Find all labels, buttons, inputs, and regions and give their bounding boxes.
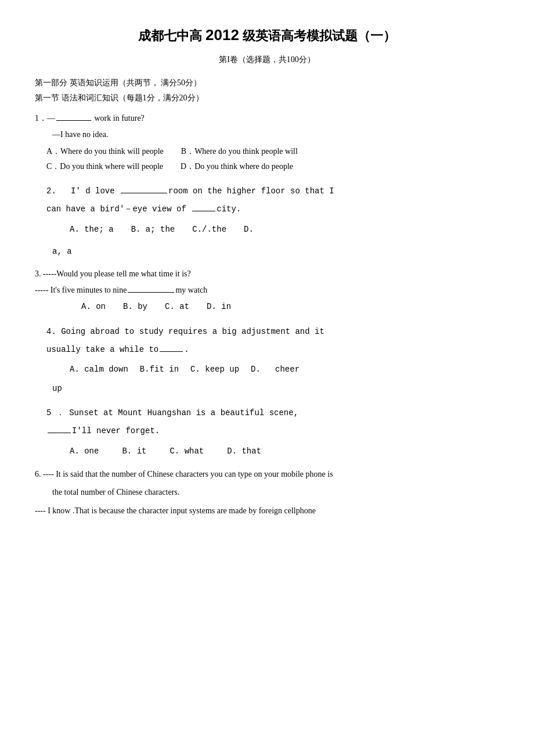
q5-option-a: A. one <box>70 445 99 458</box>
q5-text: 5 ． Sunset at Mount Huangshan is a beaut… <box>46 404 499 440</box>
q1-prompt: 1．— work in future? <box>35 112 499 125</box>
q5-option-d: D. that <box>227 445 261 458</box>
q1-options-ab: A．Where do you think will people B．Where… <box>46 145 499 158</box>
q2-option-c: C./.the <box>192 223 226 236</box>
question-6: 6. ---- It is said that the number of Ch… <box>35 467 499 518</box>
q4-d-continuation: up <box>52 382 499 395</box>
q1-option-a: A．Where do you think will people <box>46 145 164 158</box>
q6-line2: the total number of Chinese characters. <box>52 485 499 499</box>
question-3: 3. -----Would you please tell me what ti… <box>35 268 499 314</box>
q1-sub: —I have no idea. <box>52 128 499 141</box>
q3-option-d: D. in <box>207 300 231 313</box>
question-4: 4. Going abroad to study requires a big … <box>35 323 499 395</box>
page-title: 成都七中高 2012 级英语高考模拟试题（一） <box>35 23 499 48</box>
q3-option-a: A. on <box>81 300 106 313</box>
q3-options: A. on B. by C. at D. in <box>81 300 499 313</box>
subtitle: 第I卷（选择题，共100分） <box>35 53 499 66</box>
q5-option-b: B. it <box>122 445 146 458</box>
q4-option-a: A. calm down <box>70 363 128 376</box>
question-5: 5 ． Sunset at Mount Huangshan is a beaut… <box>35 404 499 458</box>
q5-options: A. one B. it C. what D. that <box>70 445 499 458</box>
q2-option-b: B. a; the <box>131 223 175 236</box>
q1-options-cd: C．Do you think where will people D．Do yo… <box>46 160 499 173</box>
q3-option-c: C. at <box>165 300 189 313</box>
q2-option-d: D. <box>244 223 254 236</box>
part-header: 第一部分 英语知识运用（共两节， 满分50分） <box>35 77 499 89</box>
q6-line1: 6. ---- It is said that the number of Ch… <box>35 467 499 481</box>
q4-text: 4. Going abroad to study requires a big … <box>46 323 499 359</box>
q2-text: 2. I' d love room on the higher floor so… <box>46 182 499 218</box>
q3-line1: 3. -----Would you please tell me what ti… <box>35 268 499 280</box>
q3-option-b: B. by <box>123 300 147 313</box>
q4-option-b: B.fit in <box>140 363 179 376</box>
question-2: 2. I' d love room on the higher floor so… <box>35 182 499 258</box>
q6-line3: ---- I know .That is because the charact… <box>35 503 499 518</box>
section-header: 第一节 语法和词汇知识（每题1分，满分20分） <box>35 92 499 105</box>
q3-line2: ----- It's five minutes to ninemy watch <box>35 284 499 297</box>
q2-options: A. the; a B. a; the C./.the D. <box>70 223 499 236</box>
q4-options: A. calm down B.fit in C. keep up D. chee… <box>70 363 499 376</box>
q1-option-b: B．Where do you think people will <box>181 145 298 158</box>
q2-d-continuation: a, a <box>52 245 499 258</box>
q4-option-d: D. cheer <box>251 363 300 376</box>
q2-option-a: A. the; a <box>70 223 114 236</box>
q1-option-d: D．Do you think where do people <box>181 160 293 173</box>
q4-option-c: C. keep up <box>190 363 239 376</box>
q5-option-c: C. what <box>169 445 204 458</box>
page-container: 成都七中高 2012 级英语高考模拟试题（一） 第I卷（选择题，共100分） 第… <box>35 23 499 518</box>
question-1: 1．— work in future? —I have no idea. A．W… <box>35 112 499 174</box>
q1-option-c: C．Do you think where will people <box>46 160 163 173</box>
